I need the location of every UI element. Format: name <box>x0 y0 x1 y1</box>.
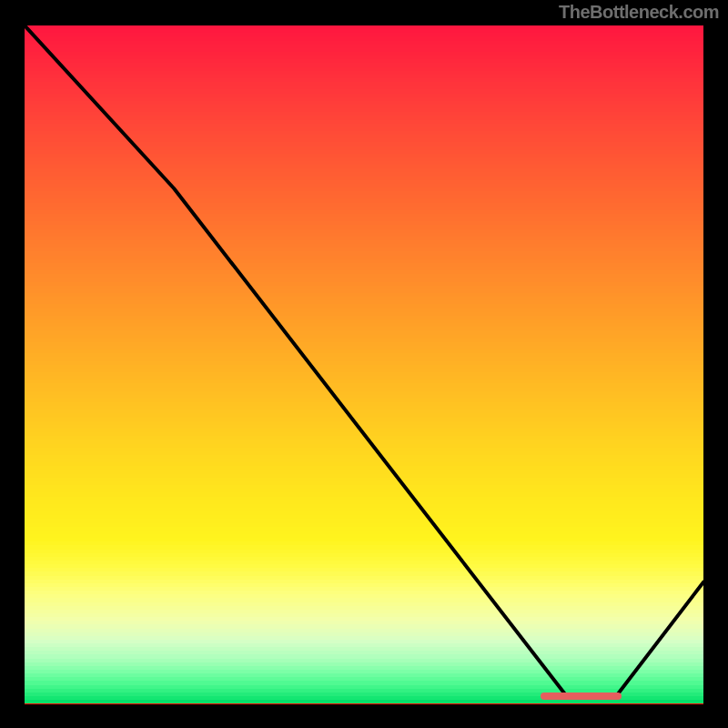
chart-frame: TheBottleneck.com <box>0 0 728 728</box>
plot-area <box>25 25 703 704</box>
optimal-marker <box>541 693 622 700</box>
chart-line <box>25 25 703 698</box>
attribution-text: TheBottleneck.com <box>559 2 719 23</box>
chart-line-layer <box>25 25 703 704</box>
